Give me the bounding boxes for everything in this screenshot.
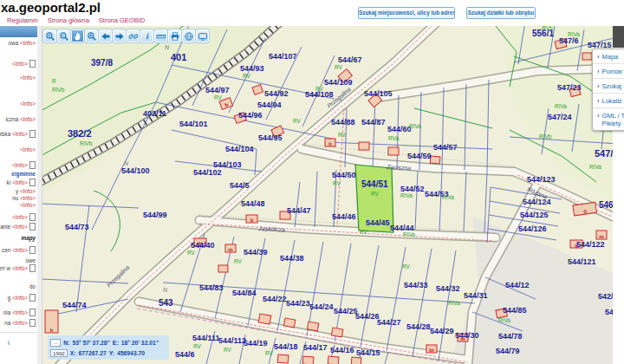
map-viewport[interactable]: 544/51 RV bbbmbmbigmgh 397/8401382/2402/…: [42, 26, 613, 364]
layer-label-fragment: anie: [0, 224, 10, 230]
right-menu-item-szukaj[interactable]: ›Szukaj: [593, 78, 624, 93]
selected-parcel-number: 544/51: [361, 179, 388, 189]
toolbar-zoom-box-button[interactable]: [85, 29, 98, 42]
toolbar-measure-button[interactable]: [154, 29, 167, 42]
parcel-label: 544/126: [518, 224, 547, 233]
parcel-label: 544/18: [274, 342, 298, 351]
search-parcel-button[interactable]: Szukaj działki lub obrębu: [466, 7, 536, 19]
layer-info-link[interactable]: <Info>: [12, 295, 28, 301]
layer-info-link[interactable]: <Info>: [12, 61, 28, 67]
toolbar-identify-button[interactable]: [140, 29, 153, 42]
layer-info-link[interactable]: <Info>: [20, 101, 36, 107]
parcel-label: 544/78: [498, 332, 523, 341]
parcel-label: 544/79: [496, 347, 520, 355]
layer-label-fragment: owe: [25, 257, 36, 263]
layer-info-link[interactable]: <Info>: [12, 309, 28, 315]
print-icon: [170, 31, 180, 42]
building-label: b: [250, 218, 254, 223]
building: [258, 314, 271, 324]
layer-info-link[interactable]: <Info>: [12, 247, 28, 253]
right-menu-item-lokaliz[interactable]: ›Lokaliz: [593, 93, 624, 107]
lat-label: N:: [63, 340, 69, 346]
layer-info-link[interactable]: <Info>: [12, 320, 28, 326]
layer-info-link[interactable]: <Info>: [12, 214, 28, 220]
document-icon[interactable]: [29, 213, 36, 221]
layer-info-link[interactable]: <Info>: [12, 224, 28, 230]
building: m: [596, 231, 607, 239]
parcel-label: 544/94: [257, 101, 282, 109]
building: m: [225, 244, 236, 252]
parcel-label: 544/46: [332, 212, 356, 221]
layer-info-link[interactable]: <Info>: [20, 202, 36, 208]
sidebar-layer-item: iczna<Info>: [5, 116, 36, 122]
layer-info-link[interactable]: <Info>: [20, 75, 36, 81]
link-regulamin[interactable]: Regulamin: [7, 16, 38, 24]
document-icon[interactable]: [29, 60, 36, 68]
parcel-label: 544/40: [191, 241, 215, 250]
document-icon[interactable]: [29, 161, 36, 169]
search-address-button[interactable]: Szukaj miejscowości, ulicy lub adresu: [358, 7, 455, 19]
document-icon[interactable]: [29, 246, 36, 254]
document-icon[interactable]: [29, 319, 36, 327]
crs-box[interactable]: 1992: [50, 349, 68, 357]
parcel-label: 544/30: [455, 331, 479, 340]
right-menu-item-gmlt[interactable]: ›GML / TPikiety: [593, 107, 624, 130]
toolbar-zoom-out-button[interactable]: [57, 29, 70, 42]
layer-info-link[interactable]: <Info>: [12, 131, 28, 137]
layer-info-link[interactable]: <Info>: [20, 116, 36, 122]
parcel-label: 544/87: [361, 118, 386, 127]
soil-class-label: RIVa: [498, 317, 510, 323]
link-strona-glowna[interactable]: Strona główna: [48, 16, 89, 24]
parcel-label: 544/28: [406, 322, 431, 331]
toolbar-pan-button[interactable]: [71, 29, 84, 42]
y-value: 456943.70: [117, 350, 145, 356]
toolbar-zoom-in-button[interactable]: [43, 29, 56, 42]
soil-class-label: RVa: [388, 135, 399, 141]
toolbar-full-extent-button[interactable]: [182, 29, 195, 42]
sidebar-info-link[interactable]: i: [8, 339, 10, 347]
layer-info-link[interactable]: <Info>: [20, 188, 36, 194]
link-strona-geobid[interactable]: Strona GEOBID: [99, 16, 145, 24]
document-icon[interactable]: [29, 309, 36, 316]
document-icon[interactable]: [29, 179, 36, 186]
document-icon[interactable]: [29, 264, 36, 272]
layer-info-link[interactable]: <Info>: [20, 40, 36, 46]
layer-info-link[interactable]: <Info>: [12, 265, 28, 271]
toolbar-next-view-button[interactable]: [113, 29, 126, 42]
parcel-label: 544/104: [225, 145, 254, 153]
toolbar-link-button[interactable]: [127, 29, 140, 42]
parcel-label: 544/124: [523, 198, 551, 206]
panel-toggle[interactable]: [613, 26, 624, 48]
sidebar-scrollbar[interactable]: [37, 26, 42, 364]
layer-label-fragment: ki: [7, 179, 11, 185]
sidebar-layer-item: na<Info>: [4, 319, 36, 327]
parcel-label: 544/100: [121, 166, 150, 175]
header: xa.geoportal2.pl Regulamin Strona główna…: [0, 0, 624, 26]
document-icon[interactable]: [29, 223, 36, 231]
header-links: Regulamin Strona główna Strona GEOBID: [7, 16, 145, 24]
document-icon[interactable]: [29, 294, 36, 302]
layer-info-link[interactable]: <Info>: [20, 195, 36, 201]
right-menu-item-mapa[interactable]: ›Mapa: [593, 49, 624, 63]
layer-label-fragment: wiska: [0, 131, 10, 137]
layer-info-link[interactable]: <Info>: [12, 179, 28, 185]
map-canvas[interactable]: 544/51 RV bbbmbmbigmgh 397/8401382/2402/…: [42, 26, 613, 364]
toolbar-print-button[interactable]: [168, 29, 181, 42]
parcel-label: 544/111: [192, 334, 220, 342]
toolbar-screen-button[interactable]: [196, 29, 209, 42]
tracking-mode-box[interactable]: ···: [50, 339, 61, 347]
layer-info-link[interactable]: <Info>: [12, 162, 28, 168]
map-toolbar: [43, 29, 209, 42]
toolbar-previous-view-button[interactable]: [99, 29, 112, 42]
ruler-icon: [156, 31, 166, 42]
layer-info-link[interactable]: <Info>: [20, 146, 36, 153]
arrow-right-icon: [114, 31, 125, 42]
chevron-right-icon: ›: [597, 68, 600, 75]
layer-label-fragment: cen: [2, 247, 10, 253]
zoom-out-icon: [59, 31, 69, 42]
layer-sidebar: owa<Info><Info><Info><Info>iczna<Info>wi…: [0, 26, 38, 364]
layer-label-fragment: zeń w: [0, 265, 10, 271]
soil-class-label: RV: [338, 132, 347, 138]
document-icon[interactable]: [29, 130, 36, 138]
right-menu-item-pomiar[interactable]: ›Pomiar: [593, 63, 624, 78]
